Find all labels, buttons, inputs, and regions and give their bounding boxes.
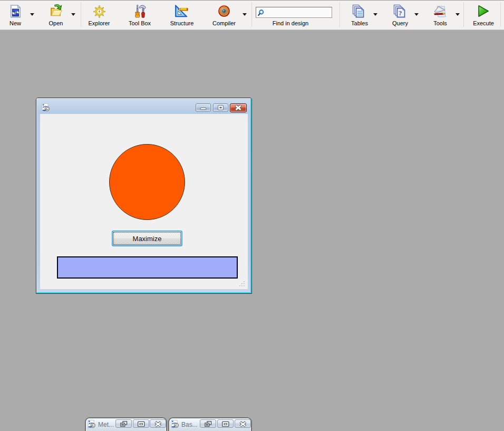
- svg-text:?: ?: [399, 9, 402, 17]
